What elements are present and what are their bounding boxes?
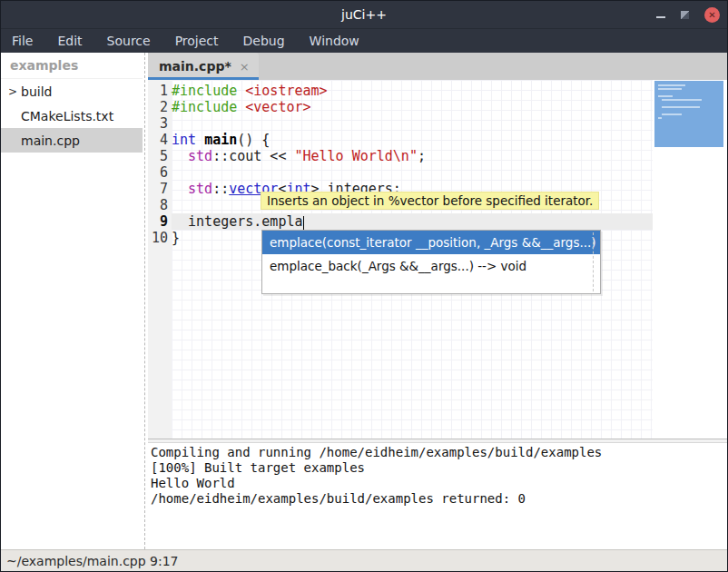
tab-main-cpp[interactable]: main.cpp* × (148, 53, 259, 80)
code-segment: () { (237, 132, 270, 148)
line-number-2: 2 (148, 99, 172, 115)
menu-item-file[interactable]: File (12, 34, 33, 48)
code-segment: ::cout << (212, 148, 294, 164)
code-segment: #include (172, 99, 237, 115)
code-segment: #include (172, 83, 237, 99)
code-segment: integers.empla (172, 213, 303, 230)
code-segment: <vector> (245, 99, 310, 115)
menu-item-window[interactable]: Window (310, 34, 359, 48)
minimap-line (658, 95, 673, 97)
terminal-line: Hello World (151, 476, 727, 491)
minimap-line (658, 117, 662, 119)
doc-tooltip: Inserts an object in %vector before spec… (261, 192, 599, 210)
code-segment: "Hello World\n" (294, 148, 417, 164)
line-number-9: 9 (148, 213, 172, 230)
tree-item-build[interactable]: >build (1, 79, 143, 104)
popup-scrollbar[interactable] (593, 232, 594, 291)
minimap-column (653, 80, 727, 439)
text-cursor (303, 216, 305, 230)
line-number-6: 6 (148, 164, 172, 181)
tree-item-label: main.cpp (21, 133, 80, 148)
juci-window: juCi++ ✕ FileEditSourceProjectDebugWindo… (1, 1, 727, 571)
tab-label: main.cpp* (159, 59, 231, 74)
tab-close-icon[interactable]: × (240, 60, 250, 74)
code-segment (237, 99, 245, 115)
menu-item-debug[interactable]: Debug (243, 34, 285, 48)
code-line-6[interactable] (172, 164, 653, 181)
code-segment: std (188, 148, 212, 164)
window-controls: ✕ (656, 1, 720, 28)
code-segment: std (188, 181, 212, 197)
line-number-5: 5 (148, 148, 172, 164)
autocomplete-popup: emplace(const_iterator __position, _Args… (261, 230, 601, 294)
menu-item-edit[interactable]: Edit (57, 34, 82, 48)
line-number-4: 4 (148, 132, 172, 148)
minimap-viewport[interactable] (654, 81, 723, 147)
code-segment: ; (418, 148, 426, 164)
terminal-output[interactable]: Compiling and running /home/eidheim/exam… (148, 443, 727, 549)
code-segment: int (172, 132, 196, 148)
main-area: examples >buildCMakeLists.txtmain.cpp ma… (1, 53, 727, 549)
code-line-2[interactable]: #include <vector> (172, 99, 653, 115)
minimize-icon[interactable] (656, 16, 665, 18)
line-number-8: 8 (148, 197, 172, 213)
terminal-line: Compiling and running /home/eidheim/exam… (151, 445, 727, 460)
code-line-1[interactable]: #include <iostream> (172, 83, 653, 99)
minimap-line (662, 99, 702, 101)
project-name-header: examples (1, 53, 143, 79)
line-number-3: 3 (148, 115, 172, 132)
minimap-line (658, 88, 682, 90)
code-segment: <iostream> (245, 83, 327, 99)
tree-item-label: CMakeLists.txt (21, 109, 113, 123)
code-segment (172, 181, 188, 197)
code-segment: main (204, 132, 237, 148)
line-number-1: 1 (148, 83, 172, 99)
terminal-line: [100%] Built target examples (151, 460, 727, 476)
code-line-3[interactable] (172, 115, 653, 132)
minimap-line (662, 113, 682, 115)
tab-bar: main.cpp* × (148, 53, 727, 80)
file-tree: >buildCMakeLists.txtmain.cpp (1, 79, 143, 153)
editor-column: main.cpp* × 12345678910 #include <iostre… (148, 53, 727, 549)
tree-item-label: build (21, 84, 52, 99)
restore-icon[interactable] (681, 11, 689, 19)
chevron-right-icon[interactable]: > (8, 85, 17, 98)
code-segment: :: (212, 181, 229, 197)
completion-item-1[interactable]: emplace_back(_Args &&__args...) --> void (262, 254, 600, 278)
gutter: 12345678910 (148, 80, 172, 439)
code-line-4[interactable]: int main() { (172, 132, 653, 148)
code-segment (237, 83, 245, 99)
file-tree-sidebar: examples >buildCMakeLists.txtmain.cpp (1, 53, 143, 549)
code-editor[interactable]: 12345678910 #include <iostream>#include … (148, 80, 727, 439)
menu-item-project[interactable]: Project (175, 34, 219, 48)
status-file-position: ~/examples/main.cpp 9:17 (6, 554, 179, 568)
status-bar: ~/examples/main.cpp 9:17 (1, 549, 727, 571)
menu-bar: FileEditSourceProjectDebugWindow (1, 28, 727, 53)
close-icon[interactable]: ✕ (704, 7, 720, 23)
code-line-9[interactable]: integers.empla (172, 213, 653, 230)
menu-item-source[interactable]: Source (107, 34, 151, 48)
code-line-5[interactable]: std::cout << "Hello World\n"; (172, 148, 653, 164)
completion-item-0[interactable]: emplace(const_iterator __position, _Args… (262, 231, 600, 254)
title-bar: juCi++ ✕ (1, 1, 727, 28)
line-number-10: 10 (148, 230, 172, 246)
code-segment (172, 148, 188, 164)
minimap-line (658, 84, 685, 86)
code-segment (196, 132, 204, 148)
terminal-line: /home/eidheim/examples/build/examples re… (151, 491, 727, 507)
tree-item-cmakelists-txt[interactable]: CMakeLists.txt (1, 104, 143, 128)
window-title: juCi++ (1, 7, 727, 22)
code-segment: } (172, 230, 180, 246)
line-number-7: 7 (148, 181, 172, 197)
minimap-line (662, 106, 700, 108)
tree-item-main-cpp[interactable]: main.cpp (1, 128, 143, 153)
